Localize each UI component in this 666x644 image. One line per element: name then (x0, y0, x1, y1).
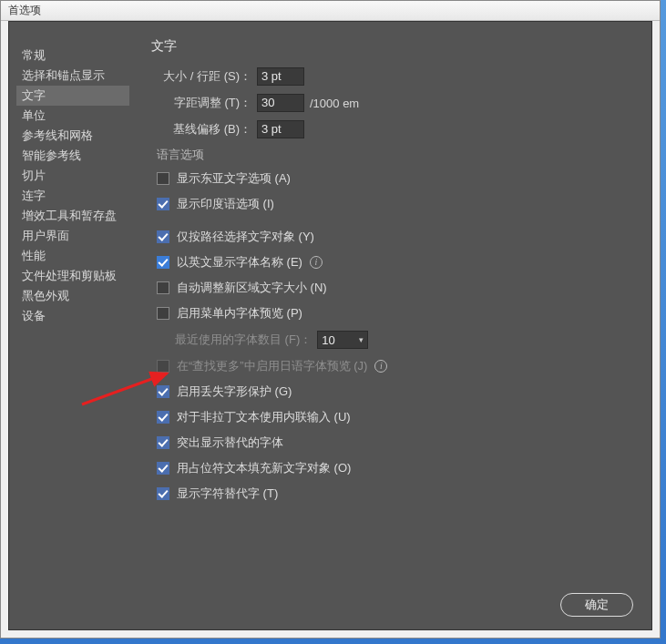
sidebar-item-devices[interactable]: 设备 (16, 306, 129, 326)
baseline-input[interactable]: 3 pt (257, 120, 304, 138)
auto-size-label: 自动调整新区域文字大小 (N) (177, 280, 327, 296)
checkbox-icon[interactable] (157, 172, 169, 185)
checkbox-icon[interactable] (157, 411, 169, 424)
checkbox-icon[interactable] (157, 307, 169, 320)
select-path-option[interactable]: 仅按路径选择文字对象 (Y) (157, 229, 635, 245)
show-glyph-alt-label: 显示字符替代字 (T) (177, 486, 278, 502)
sidebar-item-smart-guides[interactable]: 智能参考线 (16, 146, 129, 166)
sidebar-item-ui[interactable]: 用户界面 (16, 226, 129, 246)
main-panel: 文字 大小 / 行距 (S)： 3 pt 字距调整 (T)： 30 /1000 … (129, 38, 635, 586)
preferences-window: 首选项 常规 选择和锚点显示 文字 单位 参考线和网格 智能参考线 切片 连字 … (0, 0, 661, 639)
sidebar-item-units[interactable]: 单位 (16, 106, 129, 126)
highlight-alt-option[interactable]: 突出显示替代的字体 (157, 434, 635, 451)
recent-fonts-row: 最近使用的字体数目 (F)： 10 ▾ (175, 331, 635, 349)
glyph-protect-option[interactable]: 启用丢失字形保护 (G) (157, 383, 635, 400)
english-font-option[interactable]: 以英文显示字体名称 (E) i (157, 254, 635, 271)
dialog: 常规 选择和锚点显示 文字 单位 参考线和网格 智能参考线 切片 连字 增效工具… (8, 21, 652, 630)
tracking-suffix: /1000 em (310, 97, 359, 110)
sidebar-item-slices[interactable]: 切片 (16, 166, 129, 186)
checkbox-icon[interactable] (157, 385, 169, 398)
sidebar-item-type[interactable]: 文字 (16, 86, 129, 106)
tracking-input[interactable]: 30 (257, 94, 304, 112)
checkbox-icon[interactable] (157, 198, 169, 210)
inline-input-option[interactable]: 对于非拉丁文本使用内联输入 (U) (157, 409, 635, 425)
indic-option[interactable]: 显示印度语选项 (I) (157, 196, 635, 212)
sidebar-item-file-clipboard[interactable]: 文件处理和剪贴板 (16, 266, 129, 286)
checkbox-icon[interactable] (157, 281, 169, 294)
sidebar-item-selection[interactable]: 选择和锚点显示 (16, 66, 129, 86)
east-asian-label: 显示东亚文字选项 (A) (177, 170, 291, 187)
titlebar: 首选项 (1, 1, 660, 21)
sidebar-item-general[interactable]: 常规 (16, 46, 129, 66)
recent-fonts-label: 最近使用的字体数目 (F)： (175, 332, 312, 348)
info-icon[interactable]: i (310, 256, 323, 269)
sidebar-item-hyphenation[interactable]: 连字 (16, 186, 129, 206)
placeholder-label: 用占位符文本填充新文字对象 (O) (177, 460, 351, 476)
inline-input-label: 对于非拉丁文本使用内联输入 (U) (177, 409, 351, 425)
jp-preview-label: 在“查找更多”中启用日语字体预览 (J) (177, 358, 367, 374)
show-glyph-alt-option[interactable]: 显示字符替代字 (T) (157, 486, 635, 502)
ok-button[interactable]: 确定 (560, 593, 633, 617)
sidebar-item-guides[interactable]: 参考线和网格 (16, 126, 129, 146)
baseline-label: 基线偏移 (B)： (151, 121, 251, 138)
dialog-body: 常规 选择和锚点显示 文字 单位 参考线和网格 智能参考线 切片 连字 增效工具… (9, 22, 651, 586)
checkbox-icon[interactable] (157, 360, 169, 373)
glyph-protect-label: 启用丢失字形保护 (G) (177, 383, 292, 400)
indic-label: 显示印度语选项 (I) (177, 196, 274, 212)
language-header: 语言选项 (157, 147, 635, 163)
jp-preview-option[interactable]: 在“查找更多”中启用日语字体预览 (J) i (157, 358, 635, 374)
checkbox-icon[interactable] (157, 436, 169, 449)
tracking-row: 字距调整 (T)： 30 /1000 em (151, 94, 635, 112)
sidebar-item-performance[interactable]: 性能 (16, 246, 129, 266)
highlight-alt-label: 突出显示替代的字体 (177, 434, 283, 451)
checkbox-icon[interactable] (157, 256, 169, 269)
baseline-row: 基线偏移 (B)： 3 pt (151, 120, 635, 138)
tracking-label: 字距调整 (T)： (151, 95, 251, 111)
info-icon[interactable]: i (374, 360, 387, 373)
recent-fonts-value: 10 (322, 333, 334, 347)
recent-fonts-select[interactable]: 10 ▾ (317, 331, 368, 349)
menu-preview-option[interactable]: 启用菜单内字体预览 (P) (157, 305, 635, 322)
sidebar-item-black[interactable]: 黑色外观 (16, 286, 129, 306)
size-leading-input[interactable]: 3 pt (257, 67, 304, 86)
button-row: 确定 (9, 586, 651, 629)
size-leading-row: 大小 / 行距 (S)： 3 pt (151, 67, 635, 86)
placeholder-option[interactable]: 用占位符文本填充新文字对象 (O) (157, 460, 635, 476)
checkbox-icon[interactable] (157, 487, 169, 500)
english-font-label: 以英文显示字体名称 (E) (177, 254, 302, 271)
checkbox-icon[interactable] (157, 230, 169, 243)
checkbox-icon[interactable] (157, 462, 169, 475)
window-title: 首选项 (8, 3, 41, 18)
select-path-label: 仅按路径选择文字对象 (Y) (177, 229, 314, 245)
sidebar: 常规 选择和锚点显示 文字 单位 参考线和网格 智能参考线 切片 连字 增效工具… (16, 38, 129, 586)
size-leading-label: 大小 / 行距 (S)： (151, 68, 251, 85)
menu-preview-label: 启用菜单内字体预览 (P) (177, 305, 302, 322)
panel-title: 文字 (151, 38, 635, 55)
sidebar-item-plugins[interactable]: 增效工具和暂存盘 (16, 206, 129, 226)
east-asian-option[interactable]: 显示东亚文字选项 (A) (157, 170, 635, 187)
chevron-down-icon: ▾ (359, 335, 364, 344)
auto-size-option[interactable]: 自动调整新区域文字大小 (N) (157, 280, 635, 296)
